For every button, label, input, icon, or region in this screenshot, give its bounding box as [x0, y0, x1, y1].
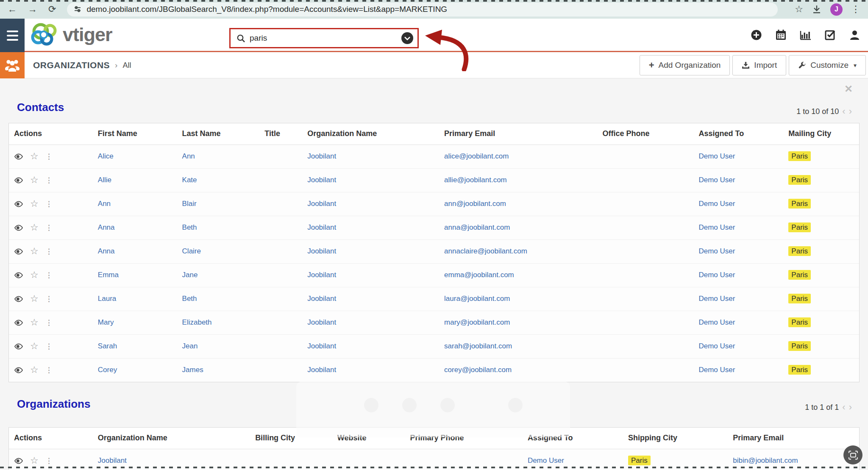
user-profile-icon[interactable] [849, 29, 860, 41]
eye-icon[interactable] [14, 153, 23, 160]
kebab-icon[interactable]: ⋮ [45, 177, 53, 184]
contact-first-name[interactable]: Anna [98, 223, 115, 231]
floating-screen-widget-button[interactable] [843, 445, 862, 464]
star-icon[interactable]: ☆ [30, 342, 39, 351]
contact-email[interactable]: annaclaire@joobilant.com [444, 247, 527, 255]
contact-email[interactable]: laura@joobilant.com [444, 295, 510, 303]
eye-icon[interactable] [14, 177, 23, 184]
contact-first-name[interactable]: Corey [98, 366, 117, 374]
contact-assigned-to[interactable]: Demo User [698, 247, 735, 255]
eye-icon[interactable] [14, 248, 23, 255]
breadcrumb-current[interactable]: All [122, 61, 131, 70]
kebab-icon[interactable]: ⋮ [45, 295, 53, 303]
contact-first-name[interactable]: Ann [98, 200, 111, 208]
contact-first-name[interactable]: Laura [98, 295, 116, 303]
global-search[interactable] [229, 28, 419, 48]
contact-organization[interactable]: Joobilant [307, 366, 336, 374]
contact-organization[interactable]: Joobilant [307, 295, 336, 303]
star-icon[interactable]: ☆ [30, 223, 39, 232]
contact-first-name[interactable]: Sarah [98, 342, 117, 350]
contact-last-name[interactable]: Kate [182, 176, 197, 184]
contact-email[interactable]: mary@joobilant.com [444, 318, 510, 326]
organization-name[interactable]: Joobilant [98, 456, 127, 464]
kebab-icon[interactable]: ⋮ [45, 224, 53, 231]
contact-organization[interactable]: Joobilant [307, 152, 336, 160]
star-icon[interactable]: ☆ [30, 270, 39, 280]
kebab-icon[interactable]: ⋮ [45, 200, 53, 208]
organizations-next-page-icon[interactable]: › [849, 403, 852, 412]
contact-organization[interactable]: Joobilant [307, 342, 336, 350]
contacts-next-page-icon[interactable]: › [849, 107, 852, 116]
contact-first-name[interactable]: Anna [98, 247, 115, 255]
contact-last-name[interactable]: Jane [182, 271, 198, 279]
forward-icon[interactable]: → [28, 5, 37, 14]
contact-last-name[interactable]: James [182, 366, 203, 374]
contact-assigned-to[interactable]: Demo User [698, 318, 735, 326]
contact-last-name[interactable]: Jean [182, 342, 198, 350]
search-scope-chevron-icon[interactable] [401, 32, 413, 44]
star-icon[interactable]: ☆ [30, 456, 39, 465]
contact-email[interactable]: corey@joobilant.com [444, 366, 512, 374]
reload-icon[interactable]: ⟳ [48, 5, 56, 14]
eye-icon[interactable] [14, 296, 23, 302]
contact-organization[interactable]: Joobilant [307, 318, 336, 326]
star-icon[interactable]: ☆ [30, 247, 39, 256]
calendar-icon[interactable] [775, 29, 787, 41]
browser-profile-avatar[interactable]: J [830, 3, 843, 16]
contact-first-name[interactable]: Alice [98, 152, 114, 160]
contact-assigned-to[interactable]: Demo User [698, 200, 735, 208]
organization-primary-email[interactable]: bibin@joobilant.com [733, 456, 798, 464]
contact-email[interactable]: allie@joobilant.com [444, 176, 507, 184]
kebab-icon[interactable]: ⋮ [45, 319, 53, 326]
contact-first-name[interactable]: Emma [98, 271, 119, 279]
contact-email[interactable]: ann@joobilant.com [444, 200, 506, 208]
star-icon[interactable]: ☆ [30, 199, 39, 209]
eye-icon[interactable] [14, 367, 23, 373]
contact-organization[interactable]: Joobilant [307, 247, 336, 255]
eye-icon[interactable] [14, 343, 23, 350]
contact-last-name[interactable]: Blair [182, 200, 197, 208]
contact-last-name[interactable]: Ann [182, 152, 195, 160]
contact-last-name[interactable]: Elizabeth [182, 318, 212, 326]
add-organization-button[interactable]: + Add Organization [640, 55, 730, 75]
quick-create-icon[interactable] [751, 29, 762, 41]
contact-organization[interactable]: Joobilant [307, 176, 336, 184]
contact-assigned-to[interactable]: Demo User [698, 342, 735, 350]
close-results-icon[interactable]: ✕ [844, 84, 853, 94]
browser-menu-icon[interactable]: ⋮ [851, 5, 860, 14]
organizations-module-icon[interactable] [0, 52, 25, 78]
contact-organization[interactable]: Joobilant [307, 200, 336, 208]
reports-chart-icon[interactable] [800, 29, 811, 41]
contact-last-name[interactable]: Beth [182, 295, 197, 303]
contact-assigned-to[interactable]: Demo User [698, 223, 735, 231]
main-menu-button[interactable] [0, 19, 25, 52]
contact-assigned-to[interactable]: Demo User [698, 366, 735, 374]
site-info-icon[interactable] [74, 6, 81, 13]
organization-assigned-to[interactable]: Demo User [528, 456, 564, 464]
address-bar[interactable]: demo.joobilant.com/JBGlobalSearch_V8/ind… [67, 3, 778, 17]
contact-email[interactable]: sarah@joobilant.com [444, 342, 512, 350]
star-icon[interactable]: ☆ [30, 365, 39, 375]
organizations-prev-page-icon[interactable]: ‹ [842, 403, 845, 412]
tasks-icon[interactable] [824, 29, 836, 41]
contact-assigned-to[interactable]: Demo User [698, 295, 735, 303]
star-icon[interactable]: ☆ [30, 175, 39, 185]
contact-assigned-to[interactable]: Demo User [698, 152, 735, 160]
kebab-icon[interactable]: ⋮ [45, 153, 53, 160]
import-button[interactable]: Import [732, 55, 786, 75]
contact-first-name[interactable]: Mary [98, 318, 114, 326]
eye-icon[interactable] [14, 201, 23, 207]
search-input[interactable] [250, 33, 401, 43]
kebab-icon[interactable]: ⋮ [45, 457, 53, 464]
star-icon[interactable]: ☆ [30, 152, 39, 161]
eye-icon[interactable] [14, 225, 23, 231]
kebab-icon[interactable]: ⋮ [45, 248, 53, 255]
contact-assigned-to[interactable]: Demo User [698, 271, 735, 279]
star-icon[interactable]: ☆ [30, 294, 39, 303]
contact-email[interactable]: emma@joobilant.com [444, 271, 514, 279]
contact-email[interactable]: anna@joobilant.com [444, 223, 510, 231]
contact-organization[interactable]: Joobilant [307, 223, 336, 231]
contacts-prev-page-icon[interactable]: ‹ [842, 107, 845, 116]
contact-first-name[interactable]: Allie [98, 176, 111, 184]
contact-organization[interactable]: Joobilant [307, 271, 336, 279]
